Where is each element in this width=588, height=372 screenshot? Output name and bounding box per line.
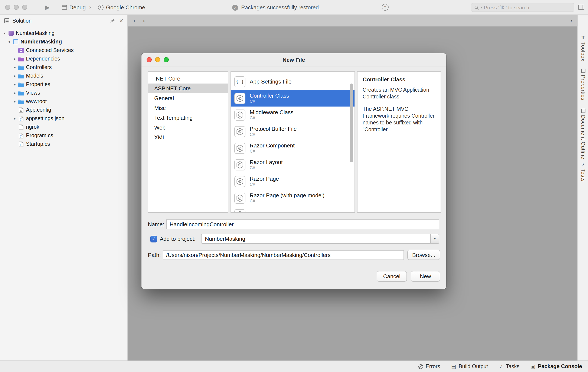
dialog-close-button[interactable] (147, 57, 152, 62)
expand-icon[interactable]: ▸ (12, 65, 18, 69)
category-misc[interactable]: Misc (148, 103, 228, 113)
category-aspnet-core[interactable]: ASP.NET Core (148, 84, 228, 93)
dialog-minimize-button[interactable] (155, 57, 160, 62)
template-item-protocol-buffer-file[interactable]: Protocol Buffer File C# (231, 123, 355, 140)
solution-pad-icon (4, 18, 9, 23)
expand-icon[interactable]: ▸ (12, 57, 18, 61)
dialog-zoom-button[interactable] (164, 57, 169, 62)
braces-icon: { } (234, 76, 245, 87)
tree-item-models[interactable]: ▸ Models (0, 72, 127, 80)
category-general[interactable]: General (148, 93, 228, 103)
tree-item-views[interactable]: ▸ Views (0, 89, 127, 97)
statusbar-tasks[interactable]: ✓ Tasks (499, 363, 519, 370)
scheme-label: Debug (69, 4, 86, 11)
tree-item-solution[interactable]: ▾ NumberMasking (0, 29, 127, 38)
template-hexagon-icon (234, 209, 245, 213)
tree-item-properties[interactable]: ▸ Properties (0, 80, 127, 89)
statusbar-build-output[interactable]: ▤ Build Output (451, 363, 488, 370)
template-item-razor-component[interactable]: Razor Component C# (231, 140, 355, 156)
statusbar: Errors ▤ Build Output ✓ Tasks ▣ Package … (0, 361, 588, 372)
tree-item-dependencies[interactable]: ▸ Dependencies (0, 54, 127, 63)
right-dock-rail: T Toolbox Properties Document Outline ⚡ … (577, 15, 588, 361)
minimize-window-button[interactable] (14, 5, 19, 10)
category-text-templating[interactable]: Text Templating (148, 113, 228, 123)
dialog-window-controls (147, 57, 169, 62)
editor-list-dropdown-icon[interactable]: ▾ (570, 19, 572, 22)
csharp-file-icon (19, 141, 23, 147)
tree-item-connected-services[interactable]: Connected Services (0, 46, 127, 54)
window-controls (5, 5, 27, 10)
cancel-button[interactable]: Cancel (377, 271, 407, 282)
browse-button[interactable]: Browse... (407, 250, 440, 260)
path-input[interactable] (163, 250, 404, 260)
template-item-razor-page-with-page-model[interactable]: Razor Page (with page model) C# (231, 190, 355, 206)
run-button[interactable]: ▶ (45, 4, 50, 10)
template-item-razor-layout[interactable]: Razor Layout C# (231, 156, 355, 173)
name-label: Name: (148, 221, 166, 228)
new-button[interactable]: New (411, 271, 440, 282)
expand-icon[interactable]: ▸ (12, 91, 18, 95)
panel-toggle-icon[interactable] (578, 5, 584, 10)
template-hexagon-icon (234, 109, 245, 120)
expand-icon[interactable]: ▸ (12, 74, 18, 78)
add-to-project-checkbox[interactable]: ✓ (150, 235, 157, 242)
tree-item-ngrok[interactable]: ngrok (0, 123, 127, 131)
build-output-icon: ▤ (451, 363, 456, 370)
folder-icon (18, 64, 24, 70)
tree-item-wwwroot[interactable]: ▸ wwwroot (0, 97, 127, 106)
template-item-partial[interactable] (231, 206, 355, 213)
dock-tab-toolbox[interactable]: T Toolbox (578, 35, 588, 61)
template-item-app-settings-file[interactable]: { } App Settings File (231, 73, 355, 90)
tree-item-startup-cs[interactable]: Startup.cs (0, 140, 127, 148)
template-hexagon-icon (234, 159, 245, 170)
statusbar-errors[interactable]: Errors (419, 363, 440, 370)
template-item-middleware-class[interactable]: Middleware Class C# (231, 106, 355, 123)
template-list-scrollbar[interactable] (350, 84, 353, 162)
dock-tab-properties[interactable]: Properties (578, 69, 588, 100)
global-search[interactable]: ▾ (471, 3, 574, 12)
expand-icon[interactable]: ▸ (12, 99, 18, 104)
pin-icon (110, 18, 115, 23)
template-hexagon-icon (234, 93, 245, 104)
name-row: Name: (148, 219, 439, 229)
category-web[interactable]: Web (148, 123, 228, 133)
pin-pad-button[interactable] (110, 18, 115, 23)
tree-item-project[interactable]: ▾ NumberMasking (0, 38, 127, 46)
add-to-project-label: Add to project: (160, 236, 201, 242)
expand-icon[interactable]: ▸ (12, 116, 18, 121)
statusbar-package-console[interactable]: ▣ Package Console (530, 363, 582, 370)
category-dotnet-core[interactable]: .NET Core (148, 74, 228, 84)
project-select[interactable]: NumberMasking ▾ (201, 234, 439, 244)
project-icon (13, 39, 18, 44)
updates-icon[interactable]: ↑ (382, 4, 388, 11)
tree-item-appsettings-json[interactable]: ▸ appsettings.json (0, 114, 127, 123)
folder-icon (18, 90, 24, 96)
navigate-back-button[interactable]: ‹ (133, 17, 136, 24)
navigate-forward-button[interactable]: › (143, 17, 145, 24)
template-item-controller-class[interactable]: Controller Class C# (231, 90, 355, 106)
run-target-selector[interactable]: Google Chrome (98, 4, 145, 11)
template-item-razor-page[interactable]: Razor Page C# (231, 173, 355, 190)
name-input[interactable] (166, 219, 439, 229)
collapse-icon[interactable]: ▾ (2, 31, 7, 35)
solution-pad-header: Solution × (0, 15, 127, 26)
search-input[interactable] (484, 4, 571, 11)
close-pad-button[interactable]: × (119, 18, 124, 23)
document-outline-icon (581, 109, 585, 113)
path-label: Path: (148, 252, 163, 258)
dock-tab-tests[interactable]: ⚡ Tests (578, 162, 588, 182)
chevron-down-icon[interactable]: ▾ (430, 234, 439, 243)
tree-item-program-cs[interactable]: Program.cs (0, 131, 127, 140)
tasks-icon: ✓ (499, 363, 503, 370)
tree-item-controllers[interactable]: ▸ Controllers (0, 63, 127, 72)
zoom-window-button[interactable] (22, 5, 27, 10)
tree-item-app-config[interactable]: App.config (0, 106, 127, 114)
category-xml[interactable]: XML (148, 133, 228, 142)
collapse-icon[interactable]: ▾ (7, 40, 12, 44)
scheme-selector[interactable]: Debug › (62, 4, 92, 11)
close-window-button[interactable] (5, 5, 10, 10)
add-to-project-row: ✓ Add to project: NumberMasking ▾ (150, 234, 439, 244)
folder-purple-icon (18, 56, 24, 62)
expand-icon[interactable]: ▸ (12, 82, 18, 86)
dock-tab-document-outline[interactable]: Document Outline (578, 109, 588, 159)
